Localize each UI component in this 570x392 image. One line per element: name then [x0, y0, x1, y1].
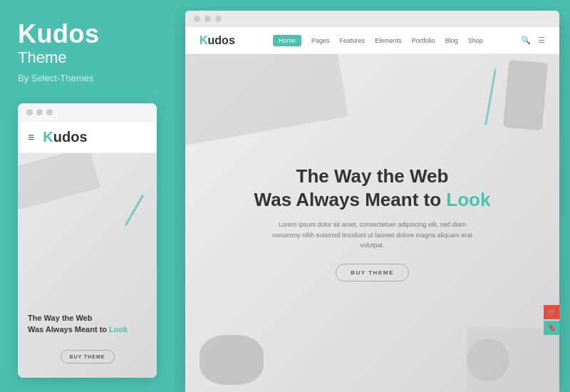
- cart-edge-button[interactable]: 🛒: [544, 305, 559, 319]
- bookmark-edge-button[interactable]: 🔖: [544, 321, 559, 335]
- nav-shop[interactable]: Shop: [468, 37, 483, 44]
- mobile-heading-accent: Look: [109, 325, 128, 334]
- hero-buy-button[interactable]: BUY THEME: [336, 264, 408, 282]
- nav-portfolio[interactable]: Portfolio: [412, 37, 435, 44]
- desktop-titlebar: [185, 11, 559, 27]
- hero-heading-accent: Look: [446, 189, 490, 210]
- hero-subtext: Lorem ipsum dolor sit amet, consectetuer…: [266, 220, 480, 250]
- desktop-logo-text: udos: [208, 34, 235, 46]
- right-panel: Kudos Home Pages Features Elements Portf…: [175, 0, 570, 392]
- desktop-nav: Kudos Home Pages Features Elements Portf…: [185, 27, 559, 54]
- mobile-nav: ≡ Kudos: [18, 122, 157, 153]
- desktop-logo-k: K: [200, 34, 208, 46]
- desktop-hero: The Way the Web Was Always Meant to Look…: [185, 54, 559, 392]
- keyboard-bg-decoration: [185, 54, 348, 148]
- brand-subtitle: Theme: [18, 48, 157, 67]
- left-panel: Kudos Theme By Select-Themes ≡ Kudos The…: [0, 0, 175, 392]
- byline: By Select-Themes: [18, 73, 157, 83]
- hamburger-icon: ≡: [28, 131, 34, 144]
- nav-elements[interactable]: Elements: [375, 37, 402, 44]
- camera-bg-decoration: [200, 335, 264, 385]
- hero-content: The Way the Web Was Always Meant to Look…: [226, 165, 519, 281]
- mobile-heading-line1: The Way the Web: [28, 314, 92, 322]
- edge-buttons: 🛒 🔖: [544, 305, 559, 335]
- mobile-hero-heading: The Way the Web Was Always Meant to Look: [28, 313, 147, 335]
- desktop-nav-items: Home Pages Features Elements Portfolio B…: [273, 35, 483, 46]
- search-icon[interactable]: 🔍: [521, 36, 531, 45]
- hero-heading-line2: Was Always Meant to: [254, 189, 441, 210]
- pen-bg-decoration: [484, 68, 497, 125]
- nav-features[interactable]: Features: [340, 37, 366, 44]
- desktop-logo: Kudos: [200, 34, 235, 47]
- hero-heading: The Way the Web Was Always Meant to Look: [254, 165, 491, 211]
- desktop-dot-3: [215, 16, 222, 22]
- mobile-preview-card: ≡ Kudos The Way the Web Was Always Meant…: [18, 103, 157, 378]
- mobile-logo: Kudos: [43, 129, 87, 145]
- nav-pages[interactable]: Pages: [311, 37, 330, 44]
- brand-title: Kudos: [18, 21, 157, 47]
- pen-decoration: [125, 195, 145, 227]
- hero-heading-line1: The Way the Web: [296, 165, 449, 187]
- mobile-titlebar: [18, 103, 157, 122]
- mobile-hero-image: The Way the Web Was Always Meant to Look…: [18, 153, 157, 378]
- mobile-dot-3: [46, 109, 53, 115]
- mobile-dot-2: [36, 109, 43, 115]
- nav-home[interactable]: Home: [273, 35, 301, 46]
- mobile-logo-k: K: [43, 129, 53, 145]
- tablet-bg-decoration: [467, 328, 559, 392]
- mobile-hero: The Way the Web Was Always Meant to Look…: [18, 153, 157, 378]
- nav-blog[interactable]: Blog: [445, 37, 458, 44]
- keyboard-decoration: [18, 153, 100, 210]
- phone-bg-decoration: [503, 60, 548, 130]
- desktop-dot-2: [204, 16, 211, 22]
- mobile-dot-1: [26, 109, 33, 115]
- mobile-buy-button[interactable]: BUY THEME: [60, 350, 114, 363]
- mobile-heading-line2: Was Always Meant to: [28, 325, 107, 334]
- nav-icon-group: 🔍 ☰: [521, 36, 545, 45]
- desktop-preview-window: Kudos Home Pages Features Elements Portf…: [185, 11, 559, 392]
- menu-icon[interactable]: ☰: [538, 36, 545, 45]
- mobile-hero-text: The Way the Web Was Always Meant to Look: [28, 313, 147, 335]
- mobile-logo-text: udos: [53, 129, 88, 145]
- desktop-dot-1: [194, 16, 200, 22]
